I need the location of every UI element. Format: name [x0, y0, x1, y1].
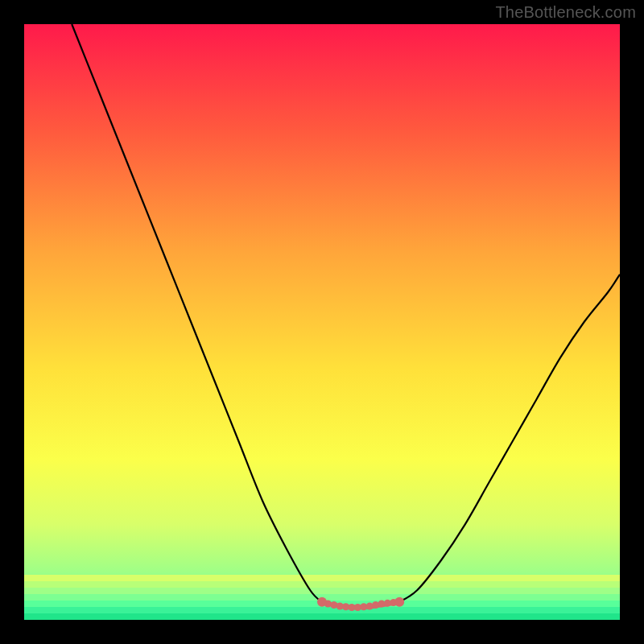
- svg-rect-5: [24, 607, 620, 613]
- plot-background: [24, 24, 620, 620]
- svg-rect-1: [24, 581, 620, 588]
- svg-rect-2: [24, 588, 620, 594]
- valley-marker-dot: [372, 601, 379, 609]
- watermark-text: TheBottleneck.com: [495, 3, 636, 22]
- valley-marker-dot: [330, 601, 337, 609]
- bottleneck-chart: [0, 0, 644, 644]
- valley-marker-dot: [366, 602, 374, 609]
- svg-rect-0: [24, 575, 620, 581]
- svg-rect-6: [24, 613, 620, 620]
- valley-marker-endcap: [317, 597, 327, 607]
- chart-frame: TheBottleneck.com: [0, 0, 644, 644]
- valley-marker-endcap: [394, 597, 404, 607]
